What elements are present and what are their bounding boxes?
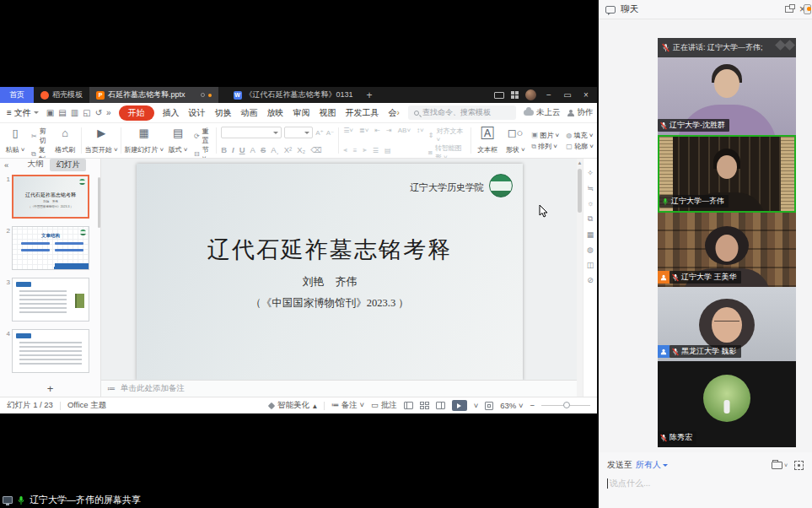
menu-file[interactable]: ≡ 文件 xyxy=(7,107,39,119)
notes-bar[interactable]: ≔ 单击此处添加备注 xyxy=(101,380,577,397)
resource-icon[interactable]: ◍ xyxy=(587,246,594,254)
new-tab-button[interactable]: + xyxy=(360,87,379,103)
slide-canvas[interactable]: 辽宁大学历史学院 辽代石延祚墓志铭考释 刘艳 齐伟 （《中国国家博物馆刊》202… xyxy=(101,159,577,380)
video-tile[interactable]: 黑龙江大学 魏影 xyxy=(658,287,796,361)
align-text-button[interactable]: ⇕ 对齐文本 ˅ xyxy=(428,127,467,143)
highlight-icon[interactable]: A˯ xyxy=(271,145,279,154)
menu-animation[interactable]: 动画 xyxy=(240,107,259,119)
comments-toggle[interactable]: ▭ 批注 xyxy=(371,400,397,411)
align-left-icon[interactable]: ⫷ xyxy=(343,146,347,154)
font-decrease-icon[interactable]: A⁻ xyxy=(326,129,335,137)
popout-icon[interactable] xyxy=(785,6,793,13)
reading-icon[interactable]: ◫ xyxy=(587,261,594,269)
menu-devtools[interactable]: 开发工具 xyxy=(345,107,380,119)
menu-slideshow[interactable]: 放映 xyxy=(266,107,285,119)
underline-icon[interactable]: U xyxy=(239,145,245,154)
outline-button[interactable]: ▢ 轮廓 ˅ xyxy=(566,142,594,151)
beautify-icon[interactable]: ☼ xyxy=(587,199,594,208)
notes-toggle[interactable]: ≔ 备注 ˅ xyxy=(331,400,364,411)
cut-button[interactable]: ✂ 剪切 xyxy=(31,127,49,145)
reading-view-icon[interactable] xyxy=(436,402,445,409)
zoom-slider[interactable] xyxy=(541,405,590,406)
align-right-icon[interactable]: ⫸ xyxy=(363,146,367,154)
menu-review[interactable]: 审阅 xyxy=(293,107,311,119)
video-tile[interactable]: 辽宁大学 王美华 xyxy=(658,213,796,287)
indent-left-icon[interactable]: ⇤ xyxy=(374,127,380,134)
video-tile-active[interactable]: 辽宁大学—齐伟 xyxy=(658,135,796,213)
account-avatar[interactable] xyxy=(525,89,536,100)
apps-grid-icon[interactable] xyxy=(511,91,519,99)
add-slide-button[interactable]: + xyxy=(0,381,100,398)
number-list-icon[interactable]: ≣˅ xyxy=(359,127,368,134)
slides-pane-icon[interactable]: ⧉ xyxy=(588,214,593,224)
tab-docer[interactable]: 稻壳模板 xyxy=(34,87,89,103)
screenshot-icon[interactable] xyxy=(794,461,804,470)
collab-button[interactable]: 协作 xyxy=(567,107,593,118)
tab-slides[interactable]: 幻灯片 xyxy=(50,159,86,171)
menu-insert[interactable]: 插入 xyxy=(162,107,180,119)
interface-mode-icon[interactable] xyxy=(494,92,504,99)
superscript-icon[interactable]: X² xyxy=(284,145,293,154)
layout-button[interactable]: ▤ 版式 ˅ xyxy=(166,126,190,155)
indent-right-icon[interactable]: ⇥ xyxy=(386,127,392,134)
beautify-button[interactable]: 智能美化 ▴ xyxy=(269,400,317,411)
zoom-knob[interactable] xyxy=(563,402,570,408)
sorter-view-icon[interactable] xyxy=(420,402,429,409)
play-dropdown-icon[interactable]: ˅ xyxy=(474,401,479,410)
section-button[interactable]: ⊟ 节 ˅ xyxy=(194,145,212,159)
fill-button[interactable]: ◍ 填充 ˅ xyxy=(566,131,594,140)
scrollbar-thumb[interactable] xyxy=(578,169,582,213)
help-icon[interactable]: ⊘ xyxy=(587,276,594,284)
align-center-icon[interactable]: ≡ xyxy=(353,147,358,154)
send-to-selector[interactable]: 所有人 xyxy=(636,459,668,471)
distribute-icon[interactable]: ▤ xyxy=(384,147,391,154)
clear-format-icon[interactable]: ⌫ xyxy=(310,145,321,154)
text-direction-icon[interactable]: AB˅ xyxy=(398,127,411,134)
properties-icon[interactable]: ≒ xyxy=(587,184,594,192)
video-tile[interactable]: 陈秀宏 xyxy=(658,361,796,447)
minimize-button[interactable]: − xyxy=(543,90,555,100)
bullet-list-icon[interactable]: ☰˅ xyxy=(343,127,353,134)
undo-icon[interactable]: ↺ xyxy=(95,108,102,117)
zoom-out-icon[interactable]: − xyxy=(530,401,535,410)
tab-presentation-active[interactable]: P 石延祚墓志铭考释.pptx xyxy=(89,87,218,103)
justify-icon[interactable]: ☰ xyxy=(373,147,379,154)
slide-thumbnail-2[interactable]: 文章结构 xyxy=(12,226,89,270)
paste-button[interactable]: ▯ 粘贴 ˅ xyxy=(3,126,27,155)
slide-thumbnail-1[interactable]: 辽代石延祚墓志铭考释 刘艳 齐伟 （《中国国家博物馆刊》2023.3 ） xyxy=(12,175,89,219)
thumbs-scrollbar[interactable] xyxy=(98,177,100,228)
canvas-scrollbar[interactable]: ▲ xyxy=(577,159,583,397)
slide-thumbnail-4[interactable] xyxy=(12,329,89,373)
menu-transition[interactable]: 切换 xyxy=(214,107,233,119)
font-color-icon[interactable]: A xyxy=(250,145,255,154)
shape-button[interactable]: ◻○ 形状 ˅ xyxy=(503,126,527,155)
italic-icon[interactable]: I xyxy=(232,145,234,154)
print-icon[interactable]: ▥ xyxy=(71,108,78,117)
menu-start-active[interactable]: 开始 xyxy=(119,105,154,121)
font-increase-icon[interactable]: A⁺ xyxy=(315,129,324,137)
slide-thumbnail-3[interactable] xyxy=(12,278,89,322)
line-spacing-icon[interactable]: ↕˅ xyxy=(417,127,424,134)
scroll-up-icon[interactable]: ▲ xyxy=(577,160,583,165)
collapse-panel-icon[interactable]: « xyxy=(4,160,8,170)
copy-button[interactable]: ⧉ 复制 xyxy=(31,145,49,159)
output-icon[interactable]: ▤ xyxy=(58,108,66,117)
preview-icon[interactable]: ◱ xyxy=(83,108,90,117)
smart-graphic-button[interactable]: ⧈ 转智能图形 ˅ xyxy=(428,143,467,159)
restore-button[interactable]: ▭ xyxy=(562,90,573,100)
insert-slide-icon[interactable]: ▦ xyxy=(587,230,594,239)
subscript-icon[interactable]: X₂ xyxy=(297,145,305,154)
menu-view[interactable]: 视图 xyxy=(319,107,337,119)
file-button[interactable]: ˅ xyxy=(772,462,788,469)
arrange-button[interactable]: ⧉ 排列 ˅ xyxy=(531,142,559,151)
textbox-button[interactable]: 🄰 文本框 xyxy=(476,126,499,155)
search-input[interactable]: 查找命令、搜索模板 xyxy=(408,105,516,120)
format-painter-button[interactable]: ⌂ 格式刷 xyxy=(53,126,77,155)
video-tile[interactable]: 辽宁大学-沈胜群 xyxy=(658,57,796,135)
bold-icon[interactable]: B xyxy=(221,145,227,154)
effects-icon[interactable]: ✧ xyxy=(587,169,594,177)
tab-home[interactable]: 首页 xyxy=(0,87,34,103)
reset-button[interactable]: ⟳ 重置 xyxy=(194,127,212,145)
current-slide[interactable]: 辽宁大学历史学院 辽代石延祚墓志铭考释 刘艳 齐伟 （《中国国家博物馆刊》202… xyxy=(137,164,523,380)
strikethrough-icon[interactable]: S xyxy=(261,145,266,154)
